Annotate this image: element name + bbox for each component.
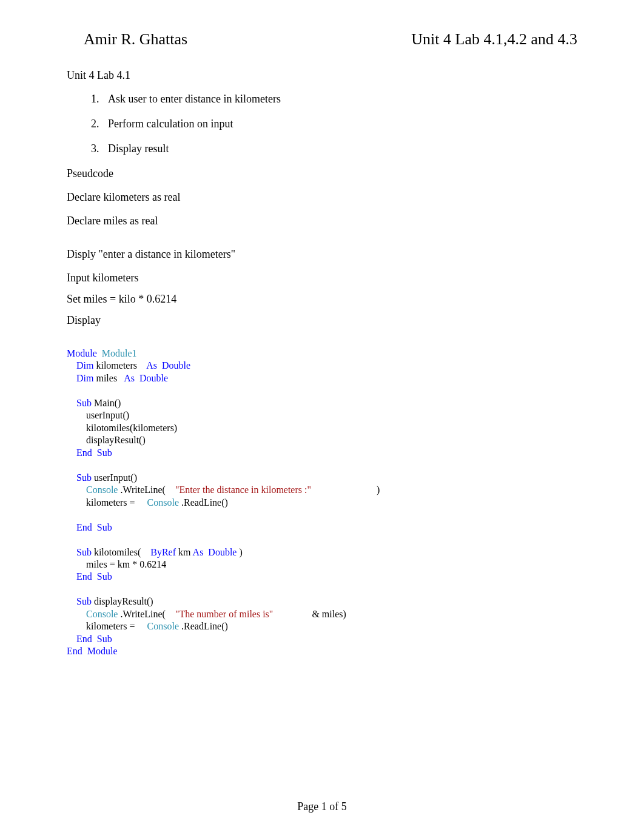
step-item: Display result [102,143,577,155]
keyword: ByRef [150,547,176,557]
code-text: kilometers = [67,621,138,631]
page-footer: Page 1 of 5 [0,800,644,813]
code-text: kilotomiles( [92,547,143,557]
keyword: Sub [97,571,112,582]
section-heading: Unit 4 Lab 4.1 [67,69,577,82]
code-text: userInput() [67,410,129,420]
keyword: Sub [97,448,112,458]
keyword: End [67,646,82,656]
code-text: userInput() [92,472,137,483]
code-text: kilometers = [67,497,138,508]
keyword: End [76,634,92,644]
class-name: Console [86,485,118,495]
keyword: End [76,448,92,458]
keyword: Double [139,373,168,383]
step-item: Perform calculation on input [102,118,577,130]
pseudocode-block: Pseudcode Declare kilometers as real Dec… [67,167,577,327]
code-text: miles = km * 0.6214 [67,559,166,569]
keyword: Dim [76,373,93,383]
string-literal: "Enter the distance in kilometers :" [175,485,311,495]
keyword: End [76,571,92,582]
pseudocode-line: Display [67,314,577,327]
code-text: kilometers [93,360,139,371]
class-name: Console [86,609,118,619]
code-text: displayResult() [67,435,146,445]
pseudocode-line: Input kilometers [67,272,577,284]
code-text: .ReadLine() [179,497,228,508]
pseudocode-line: Set miles = kilo * 0.6214 [67,293,577,306]
class-name: Console [147,621,179,631]
code-text: ) [374,485,380,495]
code-text: .ReadLine() [179,621,228,631]
step-item: Ask user to enter distance in kilometers [102,93,577,106]
class-name: Module1 [102,348,137,358]
keyword: As [124,373,135,383]
keyword: As [146,360,157,371]
code-block: Module Module1 Dim kilometers As Double … [67,347,577,658]
pseudocode-heading: Pseudcode [67,167,577,180]
class-name: Console [147,497,179,508]
code-text: displayResult() [92,596,153,606]
keyword: As [193,547,204,557]
spacer [67,338,577,347]
document-page: Amir R. Ghattas Unit 4 Lab 4.1,4.2 and 4… [0,0,644,835]
code-text: .WriteLine( [118,485,167,495]
document-header: Amir R. Ghattas Unit 4 Lab 4.1,4.2 and 4… [67,30,577,49]
code-text: kilotomiles(kilometers) [67,423,177,433]
document-title: Unit 4 Lab 4.1,4.2 and 4.3 [411,30,577,49]
keyword: Module [87,646,118,656]
code-text: miles [93,373,119,383]
keyword: Sub [76,547,92,557]
keyword: Double [208,547,236,557]
code-text: Main() [92,398,121,408]
steps-list: Ask user to enter distance in kilometers… [67,93,577,155]
author-name: Amir R. Ghattas [84,30,187,49]
keyword: End [76,522,92,532]
pseudocode-line: Declare kilometers as real [67,191,577,204]
keyword: Double [162,360,190,371]
blank-line [67,238,577,248]
keyword: Sub [97,522,112,532]
keyword: Sub [97,634,112,644]
keyword: Sub [76,398,92,408]
keyword: Sub [76,596,92,606]
keyword: Dim [76,360,93,371]
keyword: Module [67,348,97,358]
pseudocode-line: Disply "enter a distance in kilometers" [67,248,577,261]
code-text: ) [236,547,242,557]
code-text: km [176,547,193,557]
pseudocode-line: Declare miles as real [67,215,577,227]
code-text: & miles) [309,609,346,619]
string-literal: "The number of miles is" [175,609,273,619]
keyword: Sub [76,472,92,483]
code-text: .WriteLine( [118,609,167,619]
